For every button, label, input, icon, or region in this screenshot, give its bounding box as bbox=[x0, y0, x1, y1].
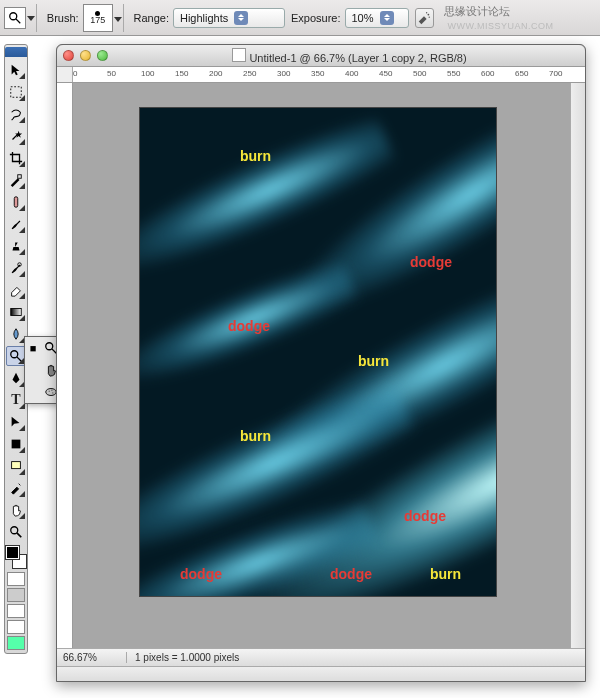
ruler-tick: 100 bbox=[141, 69, 154, 78]
ruler-tick: 150 bbox=[175, 69, 188, 78]
svg-rect-10 bbox=[11, 309, 22, 316]
annotation-dodge: dodge bbox=[410, 254, 452, 270]
ruler-tick: 250 bbox=[243, 69, 256, 78]
hand-tool[interactable] bbox=[6, 500, 26, 520]
brush-label: Brush: bbox=[47, 12, 79, 24]
range-value: Highlights bbox=[180, 12, 228, 24]
minimize-button[interactable] bbox=[80, 50, 91, 61]
pen-tool[interactable] bbox=[6, 368, 26, 388]
ruler-tick: 500 bbox=[413, 69, 426, 78]
svg-point-11 bbox=[11, 351, 18, 358]
shape-tool[interactable] bbox=[6, 434, 26, 454]
canvas-area[interactable]: burndodgedodgeburnburndodgedodgedodgebur… bbox=[73, 83, 570, 648]
close-button[interactable] bbox=[63, 50, 74, 61]
status-info: 1 pixels = 1.0000 pixels bbox=[127, 652, 239, 663]
annotation-dodge: dodge bbox=[404, 508, 446, 524]
exposure-label: Exposure: bbox=[291, 12, 341, 24]
ruler-tick: 50 bbox=[107, 69, 116, 78]
watermark-text: 思缘设计论坛 bbox=[444, 5, 510, 17]
annotation-burn: burn bbox=[430, 566, 461, 582]
canvas[interactable]: burndodgedodgeburnburndodgedodgedodgebur… bbox=[139, 107, 497, 597]
history-brush-tool[interactable] bbox=[6, 258, 26, 278]
move-tool[interactable] bbox=[6, 60, 26, 80]
watermark-url: WWW.MISSYUAN.COM bbox=[448, 21, 554, 31]
svg-rect-14 bbox=[12, 462, 21, 469]
svg-point-21 bbox=[52, 392, 53, 393]
zoom-button[interactable] bbox=[97, 50, 108, 61]
dodge-icon bbox=[8, 11, 22, 25]
airbrush-toggle[interactable] bbox=[415, 8, 434, 28]
screenmode-standard[interactable] bbox=[7, 588, 25, 602]
ruler-tick: 700 bbox=[549, 69, 562, 78]
document-titlebar[interactable]: Untitled-1 @ 66.7% (Layer 1 copy 2, RGB/… bbox=[57, 45, 585, 67]
svg-point-19 bbox=[46, 389, 57, 396]
ruler-tick: 650 bbox=[515, 69, 528, 78]
marquee-tool[interactable] bbox=[6, 82, 26, 102]
foreground-color-swatch[interactable] bbox=[6, 546, 19, 559]
svg-point-3 bbox=[426, 12, 427, 13]
screenmode-full-menubar[interactable] bbox=[7, 604, 25, 618]
scrollbar-horizontal[interactable] bbox=[57, 666, 585, 681]
exposure-select[interactable]: 10% bbox=[345, 8, 409, 28]
options-bar: Brush: 175 Range: Highlights Exposure: 1… bbox=[0, 0, 600, 36]
ruler-origin[interactable] bbox=[57, 67, 73, 83]
svg-rect-8 bbox=[14, 197, 18, 208]
blur-tool[interactable] bbox=[6, 324, 26, 344]
gradient-tool[interactable] bbox=[6, 302, 26, 322]
airbrush-icon bbox=[417, 11, 431, 25]
ruler-horizontal[interactable]: 0501001502002503003504004505005506006507… bbox=[57, 67, 585, 83]
color-swatches[interactable] bbox=[6, 546, 26, 568]
ruler-tick: 400 bbox=[345, 69, 358, 78]
zoom-field[interactable]: 66.67% bbox=[57, 652, 127, 663]
tool-preset-picker[interactable] bbox=[4, 7, 26, 29]
brush-tool[interactable] bbox=[6, 214, 26, 234]
svg-point-17 bbox=[46, 343, 53, 350]
stepper-arrows-icon bbox=[234, 11, 248, 25]
brush-picker[interactable]: 175 bbox=[83, 4, 113, 32]
zoom-tool[interactable] bbox=[6, 522, 26, 542]
document-window: Untitled-1 @ 66.7% (Layer 1 copy 2, RGB/… bbox=[56, 44, 586, 682]
svg-point-20 bbox=[49, 390, 50, 391]
svg-line-16 bbox=[17, 533, 21, 537]
ruler-tick: 300 bbox=[277, 69, 290, 78]
svg-rect-13 bbox=[12, 440, 21, 449]
workspace: T ■ Dodge Tool O Burn Tool O bbox=[0, 36, 600, 698]
path-selection-tool[interactable] bbox=[6, 412, 26, 432]
magic-wand-tool[interactable] bbox=[6, 126, 26, 146]
notes-tool[interactable] bbox=[6, 456, 26, 476]
ruler-tick: 200 bbox=[209, 69, 222, 78]
separator bbox=[36, 4, 37, 32]
annotation-dodge: dodge bbox=[228, 318, 270, 334]
svg-rect-7 bbox=[18, 175, 22, 179]
ruler-tick: 0 bbox=[73, 69, 77, 78]
separator bbox=[123, 4, 124, 32]
quickmask-toggle[interactable] bbox=[7, 572, 25, 586]
healing-brush-tool[interactable] bbox=[6, 192, 26, 212]
annotation-burn: burn bbox=[240, 148, 271, 164]
clone-stamp-tool[interactable] bbox=[6, 236, 26, 256]
ruler-tick: 600 bbox=[481, 69, 494, 78]
annotation-burn: burn bbox=[240, 428, 271, 444]
lasso-tool[interactable] bbox=[6, 104, 26, 124]
slice-tool[interactable] bbox=[6, 170, 26, 190]
screenmode-full[interactable] bbox=[7, 620, 25, 634]
svg-line-1 bbox=[16, 18, 20, 22]
ruler-tick: 350 bbox=[311, 69, 324, 78]
ruler-vertical[interactable] bbox=[57, 83, 73, 648]
brush-size-value: 175 bbox=[90, 16, 105, 25]
exposure-value: 10% bbox=[352, 12, 374, 24]
crop-tool[interactable] bbox=[6, 148, 26, 168]
ruler-tick: 550 bbox=[447, 69, 460, 78]
dodge-tool[interactable] bbox=[6, 346, 26, 366]
eyedropper-tool[interactable] bbox=[6, 478, 26, 498]
range-select[interactable]: Highlights bbox=[173, 8, 285, 28]
range-label: Range: bbox=[133, 12, 168, 24]
scrollbar-vertical[interactable] bbox=[570, 83, 585, 648]
annotation-burn: burn bbox=[358, 353, 389, 369]
watermark: 思缘设计论坛 WWW.MISSYUAN.COM bbox=[444, 4, 596, 31]
palette-titlebar[interactable] bbox=[5, 47, 27, 57]
document-proxy-icon[interactable] bbox=[232, 48, 246, 62]
eraser-tool[interactable] bbox=[6, 280, 26, 300]
type-tool[interactable]: T bbox=[6, 390, 26, 410]
selected-bullet-icon: ■ bbox=[29, 342, 37, 354]
